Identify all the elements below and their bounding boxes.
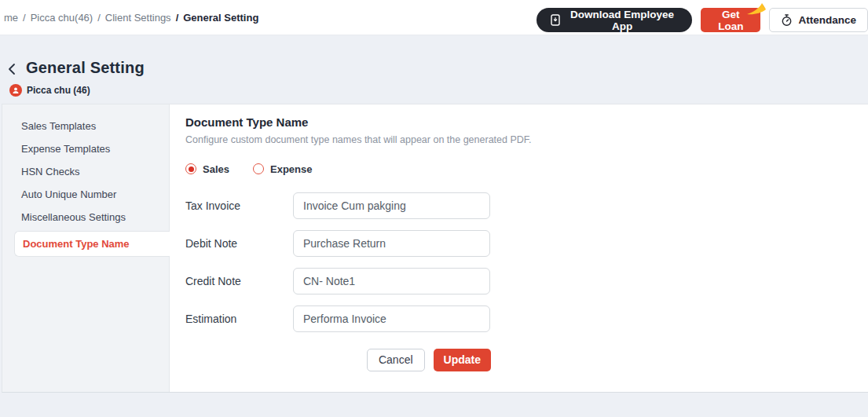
client-name: Picca chu (46) — [27, 85, 90, 96]
breadcrumb-home-truncated[interactable]: me — [4, 12, 18, 24]
update-button[interactable]: Update — [434, 349, 491, 371]
radio-unselected-icon[interactable] — [253, 163, 264, 174]
ribbon-icon — [745, 3, 766, 19]
sidebar-item-hsn-checks[interactable]: HSN Checks — [2, 160, 169, 183]
form-actions: Cancel Update — [185, 349, 491, 371]
form-row-credit-note: Credit Note — [185, 268, 491, 294]
document-type-name-section: Document Type Name Configure custom docu… — [170, 104, 868, 392]
topbar-actions: Download Employee App Get Loan Attendanc… — [537, 8, 868, 32]
form-row-tax-invoice: Tax Invoice — [185, 192, 491, 219]
section-description: Configure custom document type names tha… — [185, 134, 535, 147]
breadcrumb-separator: / — [23, 12, 26, 24]
radio-expense[interactable]: Expense — [253, 163, 312, 175]
sidebar-item-miscellaneous-settings[interactable]: Miscellaneous Settings — [2, 206, 169, 229]
get-loan-button[interactable]: Get Loan — [701, 8, 760, 32]
attendance-label: Attendance — [798, 14, 856, 26]
settings-panel: Sales Templates Expense Templates HSN Ch… — [2, 104, 868, 393]
tax-invoice-input[interactable] — [293, 192, 490, 219]
sidebar-item-expense-templates[interactable]: Expense Templates — [2, 137, 169, 160]
breadcrumb-separator: / — [97, 12, 101, 24]
radio-sales[interactable]: Sales — [185, 163, 229, 175]
cancel-button[interactable]: Cancel — [367, 349, 425, 371]
stopwatch-icon — [781, 14, 793, 27]
sidebar-item-auto-unique-number[interactable]: Auto Unique Number — [2, 183, 169, 206]
credit-note-input[interactable] — [293, 268, 490, 294]
chevron-left-icon[interactable] — [7, 63, 16, 75]
phone-download-icon — [551, 14, 560, 26]
debit-note-label: Debit Note — [185, 237, 293, 250]
download-employee-app-button[interactable]: Download Employee App — [537, 8, 692, 32]
client-row: Picca chu (46) — [9, 84, 90, 97]
sidebar-item-document-type-name[interactable]: Document Type Name — [14, 231, 170, 257]
sidebar-item-sales-templates[interactable]: Sales Templates — [2, 115, 169, 137]
breadcrumb-current-label: General Setting — [183, 12, 258, 24]
section-title: Document Type Name — [185, 115, 868, 129]
breadcrumb-client-settings[interactable]: Client Settings — [105, 12, 171, 24]
breadcrumb: me / Picca chu(46) / Client Settings / G… — [4, 0, 258, 35]
debit-note-input[interactable] — [293, 230, 490, 257]
document-type-form: Tax Invoice Debit Note Credit Note Estim… — [185, 192, 491, 371]
breadcrumb-client[interactable]: Picca chu(46) — [31, 12, 93, 24]
radio-selected-icon[interactable] — [185, 163, 196, 174]
radio-expense-label: Expense — [270, 163, 312, 175]
settings-sidebar: Sales Templates Expense Templates HSN Ch… — [2, 104, 170, 392]
form-row-debit-note: Debit Note — [185, 230, 491, 257]
estimation-input[interactable] — [293, 305, 490, 332]
credit-note-label: Credit Note — [185, 275, 293, 287]
breadcrumb-current: / General Setting — [176, 12, 259, 24]
attendance-button[interactable]: Attendance — [769, 8, 868, 32]
form-row-estimation: Estimation — [185, 305, 491, 332]
topbar: me / Picca chu(46) / Client Settings / G… — [0, 0, 868, 35]
breadcrumb-separator: / — [176, 12, 179, 24]
tax-invoice-label: Tax Invoice — [185, 199, 293, 212]
document-category-radio-group: Sales Expense — [185, 163, 868, 175]
person-icon — [9, 84, 22, 97]
radio-sales-label: Sales — [203, 163, 229, 175]
download-employee-app-label: Download Employee App — [566, 9, 678, 32]
get-loan-label: Get Loan — [718, 9, 743, 32]
page-title: General Setting — [26, 59, 145, 77]
estimation-label: Estimation — [185, 313, 293, 325]
